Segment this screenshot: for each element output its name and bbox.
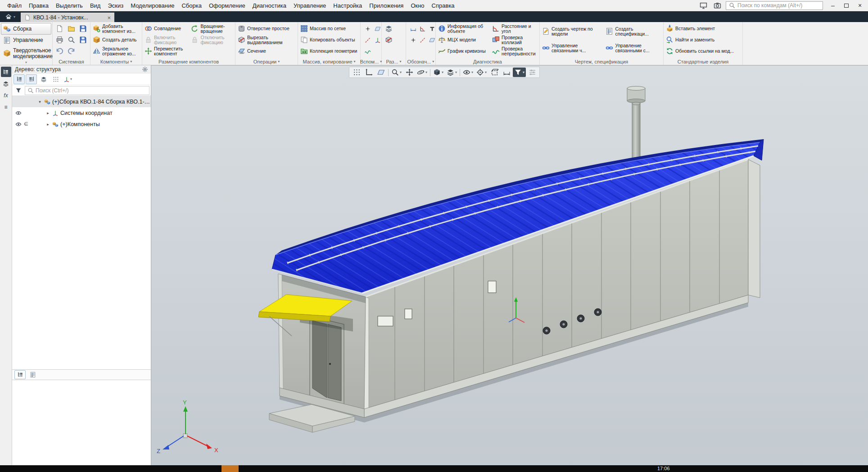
group-label[interactable]: Раз...▾ [382, 58, 406, 65]
variables-panel-button[interactable]: fx [1, 90, 11, 100]
menu-item[interactable]: Эскиз [104, 1, 127, 10]
focus-target-button[interactable]: ▾ [475, 68, 488, 77]
mode-solid-modeling[interactable]: Твердотельное моделирование [1, 46, 51, 60]
tree-node-root[interactable]: ▾ (+)Сборка КВО.1-84 Сборка КВО.1-84 (Т.… [12, 96, 151, 107]
tree-search-box[interactable] [25, 86, 149, 95]
group-label[interactable]: Чертеж, спецификация [540, 58, 663, 65]
view-orientation-button[interactable]: ▾ [432, 68, 445, 77]
menu-item[interactable]: Диагностика [249, 1, 290, 10]
menu-item[interactable]: Сборка [178, 1, 205, 10]
menu-item[interactable]: Моделирование [127, 1, 178, 10]
menu-item[interactable]: Управление [290, 1, 330, 10]
create-specification-button[interactable]: Создать спецификаци... [605, 23, 662, 40]
filter-icon[interactable] [14, 86, 23, 95]
eye-icon[interactable] [15, 121, 22, 127]
mode-assembly[interactable]: Сборка [1, 23, 51, 35]
section-button[interactable]: Сечение [237, 45, 296, 57]
screenshot-icon[interactable] [712, 1, 723, 10]
disable-fixation-button[interactable]: Отключить фиксацию [190, 34, 234, 45]
new-document-button[interactable] [54, 23, 65, 34]
tab-structure[interactable] [14, 370, 26, 379]
orbit-button[interactable]: ▾ [416, 68, 429, 77]
tree-structure-view-button[interactable] [14, 74, 25, 84]
simple-hole-button[interactable]: Отверстие простое [237, 23, 296, 34]
panel-menu-button[interactable]: ≡ [1, 102, 11, 112]
find-replace-button[interactable]: Найти и заменить [665, 34, 741, 45]
local-csys-button[interactable] [363, 68, 375, 77]
group-label[interactable]: Диагностика [436, 58, 539, 65]
print-button[interactable] [54, 34, 65, 45]
clip-box-button[interactable] [488, 68, 500, 77]
save-button[interactable] [77, 23, 89, 34]
mirror-component-button[interactable]: Зеркальное отражение ко... [92, 45, 140, 57]
group-label[interactable]: Размещение компонентов [142, 58, 235, 65]
tree-node-components[interactable]: ∈ ▸ (+)Компоненты [12, 118, 151, 130]
create-drawing-button[interactable]: Создать чертеж по модели [541, 23, 604, 40]
measure-button[interactable] [501, 68, 512, 77]
mass-properties-button[interactable]: МЦХ модели [437, 34, 490, 45]
geometry-collection-button[interactable]: Коллекция геометрии [299, 45, 359, 57]
expander-icon[interactable]: ▾ [37, 100, 42, 104]
aux-curve-button[interactable] [362, 45, 373, 57]
zoom-button[interactable]: ▾ [390, 68, 403, 77]
enable-fixation-button[interactable]: Включить фиксацию [144, 34, 189, 45]
curvature-graph-button[interactable]: График кривизны [437, 45, 490, 57]
tree-display-options-button[interactable]: ▾ [62, 74, 73, 84]
menu-item[interactable]: Приложения [366, 1, 407, 10]
menu-item[interactable]: Вид [86, 1, 104, 10]
minimize-button[interactable]: – [826, 1, 840, 10]
manage-linked-drawings-button[interactable]: Управление связанными ч... [541, 40, 604, 56]
undo-button[interactable] [54, 45, 65, 57]
menu-item[interactable]: Справка [428, 1, 458, 10]
group-label[interactable]: Компоненты▾ [90, 58, 142, 65]
tab-execution[interactable] [27, 370, 38, 379]
command-search-input[interactable] [737, 2, 820, 9]
maximize-button[interactable] [840, 1, 853, 10]
object-info-button[interactable]: Информация об объекте [437, 23, 490, 34]
group-label[interactable]: Системная [53, 58, 90, 65]
grid-array-button[interactable]: Массив по сетке [299, 23, 359, 34]
insert-element-button[interactable]: Вставить элемент [665, 23, 741, 34]
snap-grid-button[interactable] [351, 68, 362, 77]
view-settings-button[interactable] [526, 68, 538, 77]
manage-linked-specs-button[interactable]: Управление связанными с... [605, 40, 662, 56]
close-button[interactable]: × [853, 1, 867, 10]
eye-icon[interactable] [15, 110, 22, 116]
entrance-door[interactable] [310, 316, 344, 404]
viewport-3d[interactable]: Y X Z ▾ ▾ ▾ ▾ ▾ ▾ ▾ [151, 65, 868, 465]
group-label[interactable]: Массив, копирование▾ [298, 58, 360, 65]
command-search[interactable] [726, 1, 823, 10]
menu-item[interactable]: Правка [25, 1, 52, 10]
display-style-button[interactable]: ▾ [445, 68, 458, 77]
add-component-button[interactable]: Добавить компонент из... [92, 23, 140, 34]
tree-panel-button[interactable] [1, 67, 11, 77]
tree-composition-view-button[interactable] [26, 74, 37, 84]
update-links-button[interactable]: Обновить ссылки на мод... [665, 45, 741, 57]
pan-button[interactable] [403, 68, 415, 77]
hide-objects-button[interactable]: ▾ [461, 68, 475, 77]
rotation-button[interactable]: Вращение-вращение [190, 23, 234, 34]
right-end-wall[interactable] [748, 159, 760, 298]
preview-button[interactable] [66, 34, 77, 45]
save-as-button[interactable] [77, 34, 89, 45]
display-settings-icon[interactable] [698, 1, 709, 10]
parameters-panel-button[interactable] [1, 78, 11, 89]
display-filter-button[interactable]: ▾ [513, 68, 526, 77]
explode-view-button[interactable] [383, 23, 394, 34]
continuity-check-button[interactable]: Проверка непрерывности [491, 45, 538, 57]
expander-icon[interactable]: ▸ [45, 111, 50, 115]
home-button[interactable]: ▾ [0, 11, 21, 22]
menu-item[interactable]: Настройка [330, 1, 366, 10]
document-tab[interactable]: КВО.1-84 - Установк... × [21, 13, 114, 22]
ribbon-collapse-icon[interactable]: ▾ [1, 61, 51, 65]
group-label[interactable]: Вспом...▾ [361, 58, 381, 65]
coincidence-button[interactable]: Совпадение [144, 23, 189, 34]
tree-search-input[interactable] [36, 87, 147, 94]
menu-item[interactable]: Файл [4, 1, 25, 10]
group-label[interactable]: Обознач...▾ [406, 58, 435, 65]
expander-icon[interactable]: ▸ [45, 122, 50, 127]
distance-angle-button[interactable]: Расстояние и угол [491, 23, 538, 34]
tab-close-icon[interactable]: × [107, 15, 111, 21]
cut-extrude-button[interactable]: Вырезать выдавливанием [237, 34, 296, 45]
model-scene[interactable]: Y X Z [151, 66, 868, 465]
